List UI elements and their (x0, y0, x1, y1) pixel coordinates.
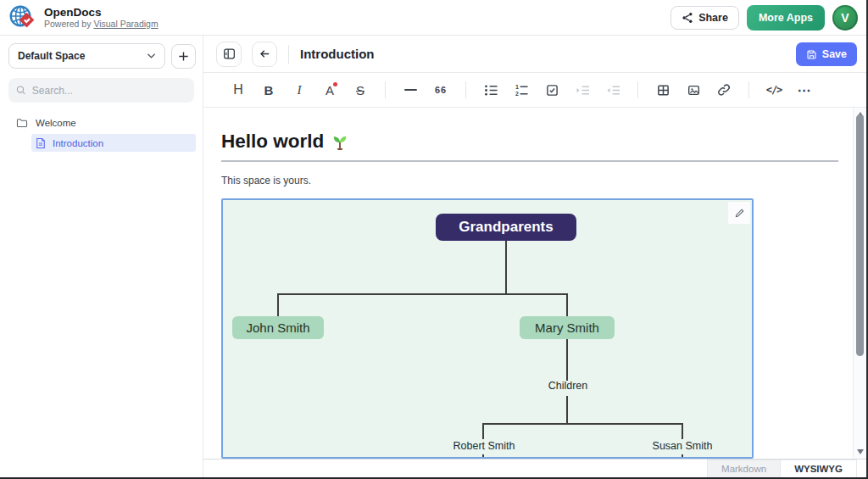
scrollbar-thumb[interactable] (856, 114, 864, 356)
table-button[interactable] (650, 77, 676, 103)
tree-node-mary-smith[interactable]: Mary Smith (520, 316, 615, 339)
family-tree-diagram[interactable]: Grandparents John Smith Mary Smith Child… (221, 198, 754, 459)
task-list-icon (546, 84, 559, 97)
connector-line (566, 396, 568, 424)
pencil-icon (734, 208, 745, 219)
sidebar: Default Space Welcome (0, 36, 203, 479)
page-tree: Welcome Introduction (0, 114, 203, 152)
folder-icon (16, 118, 28, 128)
arrow-left-icon (259, 47, 271, 60)
sidebar-item-introduction[interactable]: Introduction (31, 134, 196, 152)
document-heading: Hello world (221, 131, 838, 153)
code-button[interactable]: </> (761, 77, 787, 103)
ordered-list-icon: 1 2 (515, 84, 529, 97)
tree-label-children: Children (548, 380, 588, 392)
edit-diagram-button[interactable] (728, 202, 750, 224)
table-icon (657, 84, 670, 97)
connector-line (482, 423, 683, 425)
document-paragraph: This space is yours. (221, 175, 838, 187)
back-button[interactable] (252, 42, 277, 67)
save-button[interactable]: Save (796, 42, 857, 66)
tree-label-susan-smith: Susan Smith (653, 440, 713, 452)
sidebar-item-welcome[interactable]: Welcome (0, 114, 203, 131)
image-button[interactable] (681, 77, 706, 103)
connector-line (505, 240, 507, 294)
connector-line (277, 293, 279, 317)
document-icon (36, 137, 46, 149)
link-icon (717, 83, 731, 97)
share-label: Share (698, 12, 728, 24)
space-selector[interactable]: Default Space (8, 43, 165, 69)
chevron-down-icon (147, 53, 156, 59)
document-title-bar: Introduction Save (203, 36, 868, 73)
link-button[interactable] (711, 77, 737, 103)
wysiwyg-mode-button[interactable]: WYSIWYG (780, 460, 857, 478)
editor-content[interactable]: Hello world This space is yours. Grandpa… (203, 108, 853, 459)
powered-by: Powered by Visual Paradigm (44, 19, 159, 29)
space-selector-value: Default Space (18, 50, 85, 62)
toggle-sidebar-button[interactable] (216, 42, 242, 67)
add-space-button[interactable] (171, 44, 196, 69)
search-input[interactable] (32, 85, 186, 97)
divider (465, 81, 466, 98)
heading-button[interactable]: H (225, 77, 251, 103)
avatar-initial: V (841, 11, 849, 25)
bullet-list-icon (484, 84, 498, 97)
indent-icon (576, 84, 590, 97)
heading-text: Hello world (221, 131, 324, 153)
search-icon (16, 85, 26, 96)
more-tools-button[interactable]: ⋯ (792, 77, 817, 103)
page-title: Introduction (300, 47, 374, 61)
connector-line (277, 293, 568, 295)
image-icon (687, 84, 700, 97)
editor-toolbar: H B I A S 66 1 2 (203, 73, 868, 108)
connector-line (482, 423, 484, 439)
connector-line (566, 339, 568, 381)
task-list-button[interactable] (539, 77, 565, 103)
panel-left-icon (223, 47, 236, 60)
top-header: OpenDocs Powered by Visual Paradigm Shar… (0, 0, 868, 36)
divider (637, 81, 638, 98)
tree-label-robert-smith: Robert Smith (453, 440, 515, 452)
share-button[interactable]: Share (670, 6, 739, 30)
blockquote-button[interactable]: 66 (428, 77, 453, 103)
connector-line (566, 293, 568, 317)
sidebar-item-label: Introduction (53, 138, 103, 148)
seedling-emoji (331, 132, 349, 151)
more-apps-button[interactable]: More Apps (747, 5, 825, 31)
divider (288, 45, 289, 64)
strikethrough-button[interactable]: S (348, 77, 373, 103)
text-color-button[interactable]: A (317, 77, 342, 103)
italic-button[interactable]: I (287, 77, 312, 103)
svg-text:1: 1 (515, 84, 519, 90)
search-box[interactable] (8, 78, 194, 103)
color-dot (333, 82, 337, 86)
scroll-down-arrow[interactable] (854, 446, 866, 458)
save-label: Save (822, 48, 847, 60)
heading-underline (221, 160, 838, 162)
more-apps-label: More Apps (759, 12, 813, 24)
brand: OpenDocs Powered by Visual Paradigm (8, 3, 159, 32)
bullet-list-button[interactable] (478, 77, 504, 103)
opendocs-logo-icon (8, 3, 37, 32)
tree-node-grandparents[interactable]: Grandparents (436, 214, 576, 241)
editor-footer: Markdown WYSIWYG (203, 459, 868, 479)
bold-button[interactable]: B (256, 77, 281, 103)
outdent-button[interactable] (600, 77, 626, 103)
powered-by-prefix: Powered by (44, 19, 93, 29)
user-avatar[interactable]: V (832, 5, 858, 31)
share-icon (682, 12, 693, 24)
save-icon (806, 49, 817, 60)
plus-icon (178, 51, 189, 62)
horizontal-rule-button[interactable] (398, 77, 423, 103)
sidebar-item-label: Welcome (36, 118, 76, 128)
indent-button[interactable] (570, 77, 595, 103)
markdown-mode-button[interactable]: Markdown (707, 460, 780, 478)
ordered-list-button[interactable]: 1 2 (509, 77, 534, 103)
triangle-down-icon (857, 449, 864, 454)
tree-node-john-smith[interactable]: John Smith (232, 316, 324, 339)
vertical-scrollbar[interactable] (853, 108, 866, 459)
horizontal-rule-icon (404, 89, 417, 91)
visual-paradigm-link[interactable]: Visual Paradigm (93, 19, 158, 29)
app-name: OpenDocs (44, 6, 159, 19)
